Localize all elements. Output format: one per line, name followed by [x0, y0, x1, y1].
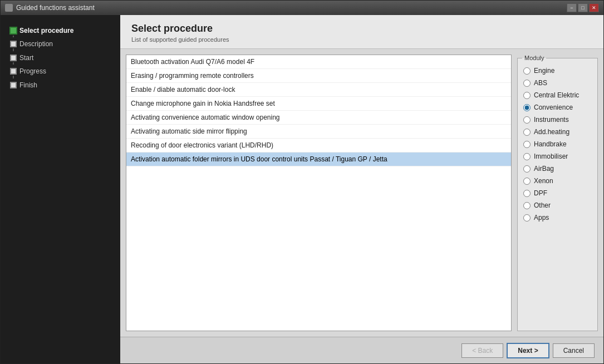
- procedure-item[interactable]: Enable / diable automatic door-lock: [126, 83, 511, 97]
- procedure-list[interactable]: Bluetooth activation Audi Q7/A6 model 4F…: [126, 55, 512, 331]
- module-label-apps: Apps: [534, 214, 549, 222]
- step-label-description: Description: [19, 37, 114, 51]
- module-label-central-elektric: Central Elektric: [534, 91, 579, 99]
- procedure-item[interactable]: Bluetooth activation Audi Q7/A6 model 4F: [126, 55, 511, 69]
- module-label-abs: ABS: [534, 79, 547, 87]
- sidebar: Select procedure Description: [1, 15, 120, 363]
- step-row-progress: Progress: [7, 65, 114, 78]
- step-row-select-procedure: Select procedure: [7, 24, 114, 37]
- app-icon: [5, 4, 13, 12]
- module-item-engine[interactable]: Engine: [522, 65, 593, 77]
- step-left-finish: [7, 78, 19, 92]
- module-radio-instruments[interactable]: [523, 116, 531, 124]
- procedure-item[interactable]: Activation automatic folder mirrors in U…: [126, 153, 511, 166]
- module-label-handbrake: Handbrake: [534, 140, 567, 148]
- step-label-start: Start: [19, 51, 114, 65]
- module-item-dpf[interactable]: DPF: [522, 187, 593, 199]
- module-radio-xenon[interactable]: [523, 178, 531, 185]
- close-button[interactable]: ✕: [589, 3, 599, 12]
- module-label-instruments: Instruments: [534, 116, 569, 124]
- module-radio-add-heating[interactable]: [523, 129, 531, 136]
- module-item-convenience[interactable]: Convenience: [522, 101, 593, 114]
- procedure-item[interactable]: Change microphone gain in Nokia Handsfre…: [126, 97, 511, 111]
- module-label-engine: Engine: [534, 67, 554, 75]
- step-indicator-start: [10, 55, 17, 61]
- step-row-finish: Finish: [7, 78, 114, 92]
- next-button[interactable]: Next >: [507, 343, 549, 358]
- window-controls: − □ ✕: [567, 3, 599, 12]
- module-radio-engine[interactable]: [523, 67, 531, 75]
- maximize-button[interactable]: □: [578, 3, 588, 12]
- module-item-other[interactable]: Other: [522, 199, 593, 211]
- module-radio-immobiliser[interactable]: [523, 153, 531, 160]
- module-label-add-heating: Add.heating: [534, 128, 569, 136]
- module-item-add-heating[interactable]: Add.heating: [522, 126, 593, 138]
- module-radio-airbag[interactable]: [523, 165, 531, 173]
- steps-list: Select procedure Description: [7, 24, 114, 92]
- title-bar: Guided functions assistant − □ ✕: [1, 1, 603, 15]
- step-left-indicator: [7, 24, 19, 37]
- footer-bar: < Back Next > Cancel: [120, 337, 603, 363]
- module-label-xenon: Xenon: [534, 177, 553, 185]
- content-body: Bluetooth activation Audi Q7/A6 model 4F…: [120, 49, 603, 337]
- module-label-airbag: AirBag: [534, 165, 554, 173]
- step-row-description: Description: [7, 37, 114, 51]
- minimize-button[interactable]: −: [567, 3, 577, 12]
- modules-list: EngineABSCentral ElektricConvenienceInst…: [522, 65, 593, 224]
- module-radio-convenience[interactable]: [523, 104, 531, 111]
- step-indicator-finish: [10, 82, 17, 88]
- step-row-start: Start: [7, 51, 114, 65]
- procedure-item[interactable]: Activating convenience automatic window …: [126, 111, 511, 125]
- cancel-button[interactable]: Cancel: [553, 343, 595, 358]
- step-label-select-procedure: Select procedure: [19, 24, 114, 37]
- module-label-dpf: DPF: [534, 189, 547, 197]
- module-radio-handbrake[interactable]: [523, 141, 531, 148]
- module-item-central-elektric[interactable]: Central Elektric: [522, 89, 593, 101]
- module-label-convenience: Convenience: [534, 104, 573, 111]
- modules-fieldset: Moduly EngineABSCentral ElektricConvenie…: [517, 55, 598, 331]
- module-radio-dpf[interactable]: [523, 190, 531, 197]
- page-title: Select procedure: [131, 23, 592, 35]
- step-label-progress: Progress: [19, 65, 114, 78]
- module-item-airbag[interactable]: AirBag: [522, 163, 593, 175]
- modules-legend: Moduly: [522, 55, 546, 61]
- back-button[interactable]: < Back: [461, 343, 503, 358]
- content-area: Select procedure List of supported guide…: [120, 15, 603, 363]
- step-label-finish: Finish: [19, 78, 114, 92]
- step-indicator-progress: [10, 68, 17, 75]
- step-indicator-green: [9, 27, 17, 35]
- procedure-item[interactable]: Erasing / programming remote controllers: [126, 69, 511, 83]
- module-radio-other[interactable]: [523, 202, 531, 209]
- step-left-start: [7, 51, 19, 65]
- procedure-item[interactable]: Activating automatic side mirror flippin…: [126, 125, 511, 139]
- title-bar-left: Guided functions assistant: [5, 4, 95, 12]
- procedure-item[interactable]: Recoding of door electronics variant (LH…: [126, 139, 511, 153]
- main-content: Select procedure Description: [1, 15, 603, 363]
- module-item-apps[interactable]: Apps: [522, 211, 593, 224]
- window-title: Guided functions assistant: [16, 4, 95, 12]
- module-label-other: Other: [534, 201, 551, 209]
- module-label-immobiliser: Immobiliser: [534, 153, 568, 160]
- module-radio-abs[interactable]: [523, 80, 531, 87]
- step-indicator-description: [10, 41, 17, 47]
- module-item-instruments[interactable]: Instruments: [522, 114, 593, 126]
- step-left-progress: [7, 65, 19, 78]
- module-item-handbrake[interactable]: Handbrake: [522, 138, 593, 150]
- main-window: Guided functions assistant − □ ✕ Select …: [0, 0, 604, 364]
- module-radio-apps[interactable]: [523, 214, 531, 222]
- content-header: Select procedure List of supported guide…: [120, 15, 603, 49]
- module-item-xenon[interactable]: Xenon: [522, 175, 593, 187]
- module-item-immobiliser[interactable]: Immobiliser: [522, 150, 593, 163]
- modules-panel: Moduly EngineABSCentral ElektricConvenie…: [517, 55, 598, 331]
- step-left-description: [7, 37, 19, 51]
- module-radio-central-elektric[interactable]: [523, 92, 531, 99]
- page-subtitle: List of supported guided procedures: [131, 36, 592, 43]
- module-item-abs[interactable]: ABS: [522, 77, 593, 89]
